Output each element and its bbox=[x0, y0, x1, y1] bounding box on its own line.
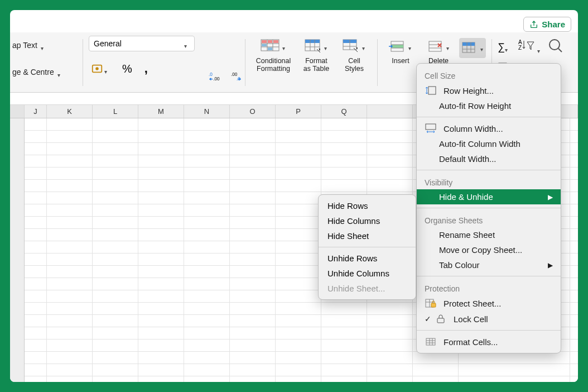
menu-tab-colour[interactable]: Tab Colour▶ bbox=[417, 257, 561, 273]
chevron-down-icon bbox=[360, 44, 366, 50]
menu-protect-sheet[interactable]: Protect Sheet... bbox=[417, 295, 561, 311]
chevron-down-icon bbox=[184, 41, 190, 46]
chevron-down-icon bbox=[104, 66, 110, 71]
chevron-down-icon bbox=[479, 45, 484, 51]
menu-section-cellsize: Cell Size bbox=[417, 67, 561, 83]
find-select-button[interactable] bbox=[548, 38, 565, 56]
share-button[interactable]: Share bbox=[523, 17, 571, 32]
currency-button[interactable] bbox=[89, 61, 112, 76]
chevron-down-icon bbox=[41, 42, 46, 48]
svg-rect-11 bbox=[262, 40, 267, 43]
app-window: Share ap Text ge & Centre General bbox=[10, 10, 578, 382]
svg-text:.00: .00 bbox=[213, 77, 220, 82]
menu-lock-cell[interactable]: ✓ Lock Cell bbox=[417, 311, 561, 327]
lock-icon bbox=[435, 314, 447, 324]
autosum-button[interactable]: ∑ bbox=[498, 41, 510, 53]
table-row[interactable] bbox=[25, 364, 578, 376]
col-header[interactable]: L bbox=[93, 105, 138, 118]
menu-format-cells[interactable]: Format Cells... bbox=[417, 334, 561, 350]
number-format-value: General bbox=[94, 39, 122, 48]
check-icon: ✓ bbox=[425, 314, 431, 323]
row-height-icon bbox=[425, 85, 437, 95]
share-icon bbox=[529, 20, 538, 29]
menu-move-copy-sheet[interactable]: Move or Copy Sheet... bbox=[417, 242, 561, 257]
svg-rect-48 bbox=[426, 338, 435, 345]
row-headers[interactable] bbox=[10, 118, 25, 382]
share-label: Share bbox=[542, 20, 565, 29]
conditional-formatting-icon bbox=[261, 39, 279, 55]
svg-point-39 bbox=[550, 40, 560, 50]
col-header[interactable]: K bbox=[47, 105, 93, 118]
chevron-down-icon bbox=[445, 44, 450, 50]
hide-unhide-submenu: Hide Rows Hide Columns Hide Sheet Unhide… bbox=[318, 194, 416, 300]
menu-section-organise: Organise Sheets bbox=[417, 212, 561, 227]
submenu-arrow-icon: ▶ bbox=[548, 261, 553, 269]
format-cells-menu-icon bbox=[425, 337, 437, 347]
menu-autofit-row[interactable]: Auto-fit Row Height bbox=[417, 98, 561, 113]
svg-point-1 bbox=[95, 67, 99, 70]
svg-text:.0: .0 bbox=[209, 72, 213, 77]
protect-sheet-icon bbox=[425, 298, 437, 308]
format-menu: Cell Size Row Height... Auto-fit Row Hei… bbox=[416, 63, 561, 353]
col-header[interactable]: O bbox=[230, 105, 276, 118]
cell-styles-button[interactable]: CellStyles bbox=[337, 38, 372, 73]
svg-rect-13 bbox=[273, 40, 278, 43]
menu-section-visibility: Visibility bbox=[417, 174, 561, 189]
chevron-down-icon bbox=[57, 69, 63, 75]
svg-rect-42 bbox=[426, 124, 436, 130]
comma-button[interactable]: , bbox=[142, 60, 150, 77]
format-as-table-button[interactable]: Formatas Table bbox=[299, 38, 334, 73]
delete-cells-button[interactable]: Delete bbox=[421, 38, 456, 65]
submenu-hide-rows[interactable]: Hide Rows bbox=[319, 198, 416, 213]
col-header[interactable]: M bbox=[138, 105, 184, 118]
chevron-down-icon bbox=[281, 44, 286, 50]
menu-hide-unhide[interactable]: Hide & Unhide ▶ bbox=[417, 189, 561, 204]
svg-rect-33 bbox=[462, 42, 475, 46]
increase-decimal-button[interactable]: .0.00 bbox=[206, 70, 223, 84]
col-header[interactable]: P bbox=[276, 105, 321, 118]
chevron-down-icon bbox=[505, 44, 510, 50]
chevron-down-icon bbox=[322, 44, 328, 50]
number-format-select[interactable]: General bbox=[89, 36, 195, 51]
chevron-down-icon bbox=[407, 44, 412, 50]
format-cells-icon bbox=[461, 41, 478, 55]
submenu-hide-columns[interactable]: Hide Columns bbox=[319, 213, 416, 228]
percent-button[interactable]: % bbox=[120, 61, 134, 77]
sort-filter-button[interactable]: AZ bbox=[518, 39, 540, 55]
menu-row-height[interactable]: Row Height... bbox=[417, 83, 561, 98]
col-header[interactable]: N bbox=[184, 105, 230, 118]
sort-filter-icon: AZ bbox=[518, 39, 535, 53]
search-icon bbox=[548, 38, 565, 54]
menu-rename-sheet[interactable]: Rename Sheet bbox=[417, 227, 561, 242]
menu-default-width[interactable]: Default Width... bbox=[417, 151, 561, 166]
col-header[interactable] bbox=[367, 105, 413, 118]
menu-column-width[interactable]: Column Width... bbox=[417, 121, 561, 136]
merge-centre-button[interactable]: ge & Centre bbox=[12, 68, 54, 77]
column-width-icon bbox=[425, 123, 437, 133]
submenu-unhide-columns[interactable]: Unhide Columns bbox=[319, 266, 416, 281]
increase-decimal-icon: .0.00 bbox=[208, 71, 220, 83]
decrease-decimal-button[interactable]: .00.0 bbox=[228, 70, 245, 84]
insert-cells-button[interactable]: Insert bbox=[383, 38, 418, 65]
col-header[interactable]: J bbox=[25, 105, 47, 118]
currency-icon bbox=[91, 63, 103, 75]
menu-autofit-col[interactable]: Auto-fit Column Width bbox=[417, 136, 561, 151]
svg-rect-46 bbox=[431, 303, 436, 307]
svg-rect-17 bbox=[305, 40, 320, 43]
conditional-formatting-button[interactable]: ConditionalFormatting bbox=[251, 38, 296, 73]
menu-section-protection: Protection bbox=[417, 280, 561, 295]
format-cells-ribbon-button[interactable] bbox=[459, 38, 486, 58]
format-as-table-icon bbox=[305, 39, 321, 55]
svg-rect-47 bbox=[437, 318, 444, 323]
submenu-unhide-rows[interactable]: Unhide Rows bbox=[319, 251, 416, 266]
table-row[interactable] bbox=[25, 352, 578, 364]
col-header[interactable]: Q bbox=[321, 105, 367, 118]
svg-text:Z: Z bbox=[518, 45, 522, 51]
submenu-arrow-icon: ▶ bbox=[548, 193, 553, 201]
svg-rect-41 bbox=[428, 87, 436, 94]
sigma-icon: ∑ bbox=[498, 41, 505, 53]
submenu-hide-sheet[interactable]: Hide Sheet bbox=[319, 228, 416, 243]
table-row[interactable] bbox=[25, 376, 578, 382]
wrap-text-button[interactable]: ap Text bbox=[12, 41, 37, 50]
submenu-unhide-sheet: Unhide Sheet... bbox=[319, 281, 416, 296]
